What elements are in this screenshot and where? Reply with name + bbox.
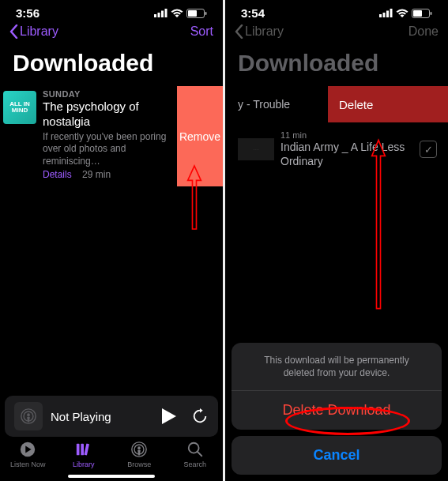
phone-left: 3:56 Library Sort Downloaded ALL IN MIND… [0, 0, 223, 481]
svg-rect-2 [161, 11, 164, 18]
svg-point-9 [27, 413, 30, 416]
episode-title: Indian Army _ A Life Less Ordinary [280, 140, 415, 168]
back-button[interactable]: Library [235, 24, 284, 39]
status-time: 3:56 [16, 6, 40, 20]
play-circle-icon [19, 441, 36, 458]
back-label: Library [20, 24, 58, 39]
details-link[interactable]: Details [43, 169, 72, 180]
browse-icon [130, 441, 148, 458]
status-bar: 3:54 [225, 0, 448, 21]
episode-body: SUNDAY The psychology of nostalgia If re… [36, 86, 177, 186]
annotation-arrow [371, 123, 386, 325]
search-icon [186, 441, 204, 458]
episode-thumbnail: ALL IN MIND [3, 91, 36, 124]
signal-icon [379, 9, 393, 17]
chevron-left-icon [235, 24, 243, 39]
battery-icon [186, 9, 207, 18]
svg-rect-6 [205, 12, 207, 15]
svg-rect-1 [158, 13, 160, 17]
svg-rect-3 [165, 9, 168, 17]
tab-search[interactable]: Search [168, 440, 224, 478]
back-button[interactable]: Library [9, 24, 58, 39]
tab-label: Library [73, 460, 95, 468]
nav-bar: Library Sort [0, 21, 223, 45]
episode-day: SUNDAY [43, 89, 171, 99]
delete-download-button[interactable]: Delete Download [232, 391, 442, 430]
signal-icon [154, 9, 168, 17]
checkbox-icon[interactable]: ✓ [420, 141, 437, 158]
now-playing-label: Not Playing [51, 410, 153, 423]
library-icon [75, 441, 92, 458]
tab-label: Browse [127, 460, 151, 468]
svg-rect-21 [386, 11, 389, 18]
svg-rect-11 [77, 444, 80, 456]
wifi-icon [396, 9, 408, 17]
delete-button[interactable]: Delete [328, 86, 448, 122]
now-playing-thumb [14, 402, 43, 430]
podcast-icon [20, 408, 37, 425]
page-title: Downloaded [0, 45, 223, 86]
back-label: Library [245, 24, 284, 39]
play-icon[interactable] [161, 408, 177, 424]
list-row-1[interactable]: y - Trouble ✓ Delete [225, 86, 448, 122]
status-bar: 3:56 [0, 0, 223, 21]
home-indicator[interactable] [68, 475, 155, 478]
wifi-icon [171, 9, 183, 17]
episode-duration: 11 min [280, 130, 415, 140]
nav-bar: Library Done [225, 21, 448, 45]
svg-rect-24 [413, 10, 422, 17]
episode-thumbnail: · · · [238, 138, 274, 160]
page-title: Downloaded [225, 45, 448, 86]
battery-icon [412, 9, 432, 18]
tab-label: Listen Now [10, 460, 46, 468]
sort-button[interactable]: Sort [190, 24, 213, 39]
episode-duration: 29 min [82, 169, 111, 180]
done-button[interactable]: Done [408, 24, 439, 39]
row-body: 11 min Indian Army _ A Life Less Ordinar… [280, 130, 420, 168]
svg-rect-25 [431, 12, 432, 15]
svg-rect-19 [379, 14, 382, 17]
svg-rect-5 [188, 10, 197, 17]
tab-library[interactable]: Library [56, 440, 112, 478]
episode-meta: Details 29 min [43, 169, 171, 180]
svg-rect-13 [84, 443, 89, 455]
svg-point-16 [137, 446, 141, 449]
tab-label: Search [183, 460, 206, 468]
sheet-message: This download will be permanently delete… [232, 343, 442, 391]
svg-line-18 [198, 452, 202, 457]
status-icons [379, 9, 432, 18]
svg-rect-0 [154, 14, 156, 17]
status-time: 3:54 [241, 6, 265, 20]
status-icons [154, 9, 207, 18]
list-row-2[interactable]: · · · 11 min Indian Army _ A Life Less O… [225, 122, 448, 176]
tab-browse[interactable]: Browse [111, 440, 168, 478]
svg-rect-12 [81, 444, 84, 456]
now-playing-bar[interactable]: Not Playing [5, 396, 218, 437]
action-sheet: This download will be permanently delete… [232, 343, 442, 475]
annotation-arrow [186, 160, 202, 235]
forward-icon[interactable] [191, 408, 209, 425]
episode-desc: If recently you've been poring over old … [43, 131, 171, 168]
svg-rect-22 [390, 9, 393, 17]
tab-listen-now[interactable]: Listen Now [0, 440, 56, 478]
cancel-button[interactable]: Cancel [232, 436, 442, 475]
action-sheet-group: This download will be permanently delete… [232, 343, 442, 430]
phone-right: 3:54 Library Done Downloaded y - Trouble… [225, 0, 448, 481]
chevron-left-icon [9, 24, 18, 39]
episode-title: The psychology of nostalgia [43, 100, 171, 130]
svg-rect-20 [383, 13, 386, 17]
